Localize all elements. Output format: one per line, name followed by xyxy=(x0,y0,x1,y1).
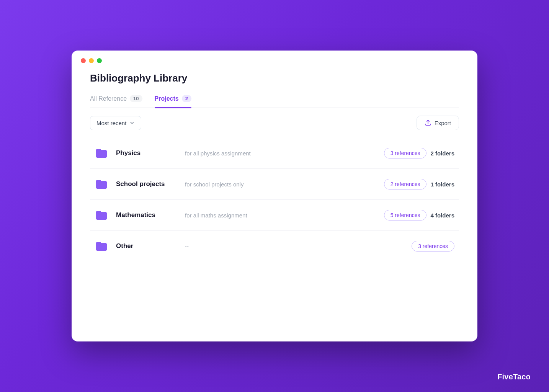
project-name: Physics xyxy=(116,149,177,157)
branding-logo: FiveTaco xyxy=(497,372,531,381)
project-description: for all maths assignment xyxy=(185,212,376,219)
project-row[interactable]: School projects for school projects only… xyxy=(90,169,459,200)
maximize-button[interactable] xyxy=(97,58,102,63)
main-window: Bibliography Library All Reference 10 Pr… xyxy=(72,51,477,341)
close-button[interactable] xyxy=(81,58,86,63)
folders-badge: 2 folders xyxy=(430,150,454,157)
project-description: for school projects only xyxy=(185,181,376,188)
project-list: Physics for all physics assignment 3 ref… xyxy=(90,138,459,261)
project-name: Mathematics xyxy=(116,211,177,219)
tab-all-reference-label: All Reference xyxy=(90,95,127,102)
project-description: -- xyxy=(185,243,404,250)
project-badges: 2 references 1 folders xyxy=(384,179,454,189)
export-icon xyxy=(425,119,431,126)
project-row[interactable]: Other -- 3 references xyxy=(90,231,459,261)
project-description: for all physics assignment xyxy=(185,150,376,157)
project-name: Other xyxy=(116,242,177,250)
toolbar: Most recent Export xyxy=(90,108,459,138)
project-row[interactable]: Mathematics for all maths assignment 5 r… xyxy=(90,200,459,231)
export-button[interactable]: Export xyxy=(417,116,459,130)
project-badges: 3 references xyxy=(412,241,454,252)
references-badge: 3 references xyxy=(384,148,427,158)
sort-button[interactable]: Most recent xyxy=(90,116,141,130)
project-badges: 3 references 2 folders xyxy=(384,148,454,158)
folders-badge: 4 folders xyxy=(430,212,454,219)
project-row[interactable]: Physics for all physics assignment 3 ref… xyxy=(90,138,459,169)
folder-icon xyxy=(95,177,108,191)
tab-bar: All Reference 10 Projects 2 xyxy=(90,95,459,108)
project-name: School projects xyxy=(116,180,177,188)
folder-icon xyxy=(95,208,108,222)
titlebar xyxy=(72,51,477,63)
references-badge: 5 references xyxy=(384,210,427,220)
project-badges: 5 references 4 folders xyxy=(384,210,454,220)
tab-all-reference-badge: 10 xyxy=(130,95,142,102)
sort-label: Most recent xyxy=(96,120,126,126)
export-label: Export xyxy=(435,120,451,126)
folder-icon xyxy=(95,239,108,253)
content-area: Bibliography Library All Reference 10 Pr… xyxy=(72,63,477,341)
tab-projects-badge: 2 xyxy=(182,95,191,102)
folder-icon xyxy=(95,146,108,160)
tab-all-reference[interactable]: All Reference 10 xyxy=(90,95,142,108)
tab-projects[interactable]: Projects 2 xyxy=(155,95,191,108)
folders-badge: 1 folders xyxy=(430,181,454,188)
app-title: Bibliography Library xyxy=(90,72,459,84)
references-badge: 2 references xyxy=(384,179,427,189)
chevron-down-icon xyxy=(129,120,135,126)
references-badge: 3 references xyxy=(412,241,454,252)
minimize-button[interactable] xyxy=(89,58,94,63)
tab-projects-label: Projects xyxy=(155,95,179,102)
